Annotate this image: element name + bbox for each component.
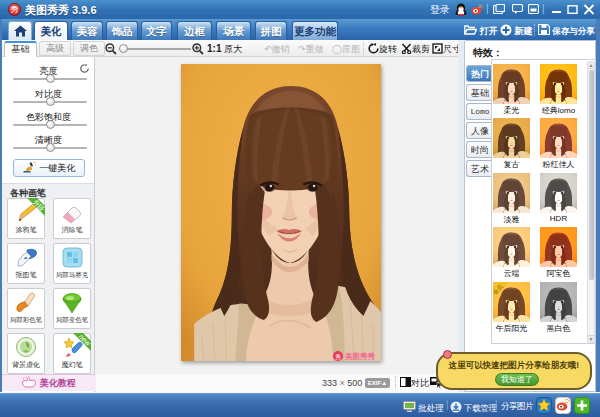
- svg-text:美图秀秀: 美图秀秀: [344, 352, 376, 361]
- svg-text:秀: 秀: [335, 353, 341, 361]
